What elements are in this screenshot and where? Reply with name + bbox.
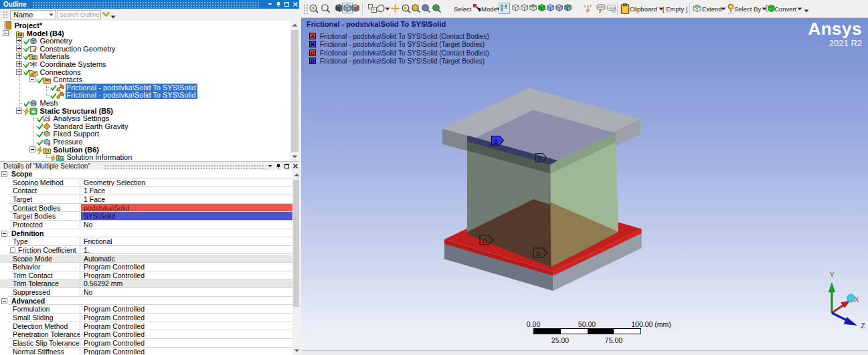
tree-row[interactable]: Geometry <box>0 37 290 45</box>
tree-row[interactable]: Solution Information <box>0 153 290 161</box>
tree-row[interactable]: Fixed Support <box>0 130 290 138</box>
tree-row[interactable]: Materials <box>0 52 290 60</box>
details-row[interactable]: Scope ModeAutomatic <box>0 255 292 263</box>
details-row[interactable]: Penetration ToleranceProgram Controlled <box>0 330 292 339</box>
outline-filter-dropdown[interactable]: Name <box>10 10 56 19</box>
model-3d-scene[interactable]: B B D D <box>301 18 868 350</box>
details-row[interactable]: SuppressedNo <box>0 288 292 297</box>
outline-close-icon[interactable] <box>292 1 298 7</box>
details-row[interactable]: Friction Coefficient1. <box>0 246 292 255</box>
toolbar-label[interactable]: Select By <box>734 5 761 13</box>
tree-row[interactable]: Static Structural (B5) <box>0 107 290 115</box>
toolbar-label[interactable]: Convert <box>774 5 796 13</box>
clipboard-icon[interactable] <box>620 3 630 14</box>
tree-item-label[interactable]: Materials <box>39 52 72 60</box>
zoom-green-icon[interactable] <box>432 3 442 13</box>
section-collapse-icon[interactable] <box>1 231 7 237</box>
coordinates-flash-icon[interactable]: x,y,z <box>583 3 593 13</box>
details-row[interactable]: Trim Tolerance0.56292 mm <box>0 279 292 288</box>
triad-z-axis[interactable] <box>832 313 848 321</box>
tree-item-label[interactable]: Solution Information <box>66 153 134 161</box>
toolbar-caret-icon[interactable] <box>721 7 726 11</box>
extend-icon[interactable] <box>692 3 702 13</box>
scroll-up-icon[interactable] <box>290 21 299 29</box>
toolbar-label[interactable]: Extend <box>702 5 722 13</box>
tree-row[interactable]: Construction Geometry <box>0 45 290 53</box>
tree-item-label[interactable]: Frictional - podstvka\Solid To SYS\Solid <box>66 91 197 99</box>
zoom-box-icon[interactable] <box>309 3 319 13</box>
toolbar-caret-icon[interactable] <box>804 9 809 13</box>
tree-item-label[interactable]: Frictional - podstvka\Solid To SYS\Solid <box>66 84 197 92</box>
triad-z-label[interactable]: Z <box>861 322 865 330</box>
outline-panel-header[interactable]: Outline <box>0 0 300 9</box>
outline-search-input[interactable]: Search Outline <box>58 10 101 19</box>
scroll-down-icon[interactable] <box>290 152 299 161</box>
expand-search-icon[interactable] <box>102 11 110 17</box>
toolbar-label[interactable]: Clipboard <box>630 5 657 13</box>
details-row[interactable]: Scoping MethodGeometry Selection <box>0 179 292 187</box>
tree-item-label[interactable]: Pressure <box>52 138 84 146</box>
tree-item-label[interactable]: Model (B4) <box>25 29 66 37</box>
tree-row[interactable]: Contacts <box>0 76 290 84</box>
details-section-row[interactable]: Advanced <box>0 297 292 306</box>
vertex-select-icon[interactable] <box>499 3 509 13</box>
toolbar-caret-icon[interactable] <box>385 7 390 11</box>
details-row[interactable]: Normal StiffnessProgram Controlled <box>0 348 292 355</box>
tree-item-label[interactable]: Project* <box>13 21 44 29</box>
details-row[interactable]: Elastic Slip ToleranceProgram Controlled <box>0 339 292 348</box>
outline-dropdown-icon[interactable] <box>267 1 273 7</box>
toolbar-label[interactable]: [ Empty ] <box>663 5 687 13</box>
details-maximize-icon[interactable] <box>284 163 290 169</box>
graphics-viewport[interactable]: Frictional - podstvka\Solid To SYS\Solid… <box>301 18 868 350</box>
face-cube-icon[interactable] <box>520 3 529 12</box>
details-row[interactable]: Small SlidingProgram Controlled <box>0 314 292 322</box>
details-row[interactable]: FormulationProgram Controlled <box>0 305 292 314</box>
toolbar-overflow-icon[interactable] <box>110 15 116 19</box>
outline-maximize-icon[interactable] <box>284 1 290 7</box>
triad-x-axis[interactable] <box>832 306 843 314</box>
details-dropdown-icon[interactable] <box>267 163 273 169</box>
tree-item-label[interactable]: Connections <box>39 68 82 76</box>
details-row[interactable]: ProtectedNo <box>0 221 292 229</box>
tree-row[interactable]: Standard Earth Gravity <box>0 122 290 130</box>
details-row[interactable]: TypeFrictional <box>0 237 292 246</box>
details-pin-icon[interactable] <box>276 163 281 170</box>
tree-row[interactable]: Coordinate Systems <box>0 60 290 68</box>
tree-row[interactable]: Connections <box>0 68 290 76</box>
zoom-blue-icon[interactable] <box>421 3 431 13</box>
details-row[interactable]: Contact Bodiespodstvka\Solid <box>0 204 292 213</box>
cube-paint-icon[interactable] <box>351 3 360 13</box>
edge-cube-icon[interactable] <box>511 3 520 12</box>
details-row[interactable]: Contact1 Face <box>0 187 292 195</box>
body-cube-icon[interactable] <box>537 3 546 12</box>
tree-item-label[interactable]: Standard Earth Gravity <box>52 122 130 130</box>
tree-row[interactable]: Model (B4) <box>0 29 290 37</box>
parameterize-checkbox[interactable] <box>10 247 15 253</box>
tree-row[interactable]: Project* <box>0 21 290 29</box>
tree-item-label[interactable]: Contacts <box>52 76 84 84</box>
toolbar-label[interactable]: Mode <box>481 5 497 13</box>
details-row[interactable]: BehaviorProgram Controlled <box>0 263 292 271</box>
tree-row[interactable]: Mesh <box>0 99 290 107</box>
outline-pin-icon[interactable] <box>276 1 281 8</box>
tree-row[interactable]: Solution (B6) <box>0 146 290 154</box>
tree-expander-minus[interactable] <box>3 30 9 36</box>
tree-item-label[interactable]: Fixed Support <box>52 130 100 138</box>
details-section-row[interactable]: Definition <box>0 229 292 238</box>
toolbar-label[interactable]: Select <box>454 5 471 13</box>
outline-toolbar-grip[interactable] <box>3 11 7 19</box>
details-row[interactable]: Target1 Face <box>0 195 292 204</box>
toolbar-caret-icon[interactable] <box>797 7 802 11</box>
grid-cube2-icon[interactable] <box>555 3 563 12</box>
tree-item-label[interactable]: Mesh <box>39 99 60 107</box>
abc-icon[interactable]: Abc <box>606 3 617 13</box>
mesh-select-icon[interactable] <box>563 3 572 12</box>
outline-tree-scrollbar[interactable] <box>290 21 299 161</box>
details-row[interactable]: Trim ContactProgram Controlled <box>0 271 292 280</box>
details-section-row[interactable]: Scope <box>0 170 292 179</box>
toolbar-grip[interactable] <box>303 4 308 15</box>
tree-row[interactable]: Frictional - podstvka\Solid To SYS\Solid <box>0 91 290 99</box>
face-top-cube-icon[interactable] <box>529 3 537 12</box>
triad-x-label[interactable]: X <box>855 295 859 304</box>
zoom-in-yellow-icon[interactable] <box>401 3 411 13</box>
